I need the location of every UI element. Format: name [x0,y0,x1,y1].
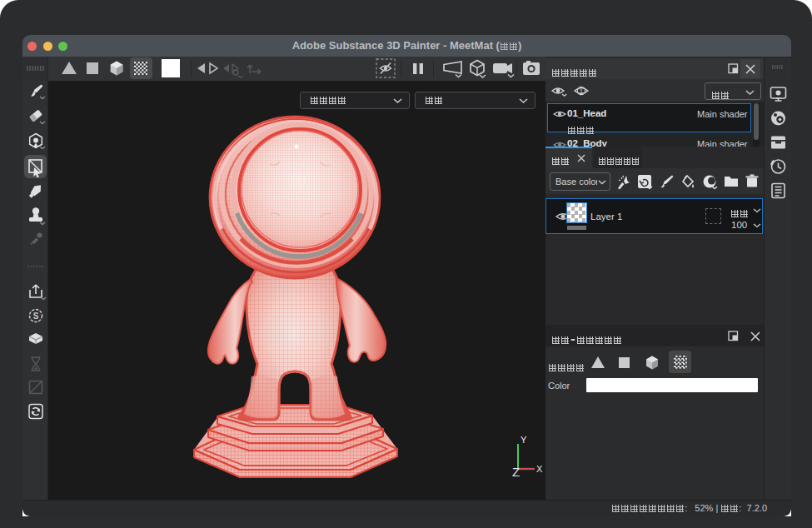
svg-text:1: 1 [580,88,583,94]
svg-text:Y: Y [521,435,527,445]
svg-text:Z: Z [512,465,520,476]
svg-text:X: X [536,464,543,474]
svg-text:S: S [33,311,39,321]
